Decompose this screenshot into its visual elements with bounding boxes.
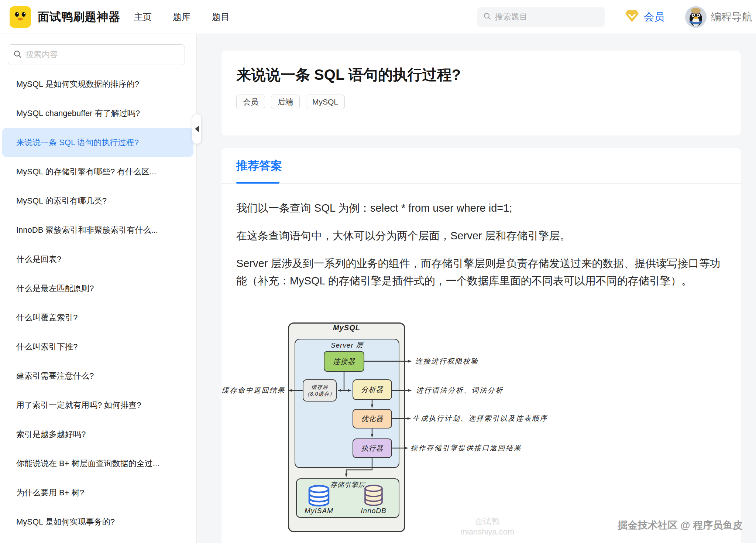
diagram-server-layer-label: Server 层 — [295, 341, 399, 350]
tab-active-underline — [236, 182, 279, 184]
question-list-item[interactable]: 什么叫覆盖索引? — [2, 303, 193, 332]
vip-membership-button[interactable]: 会员 — [625, 0, 664, 34]
site-watermark-name: 面试鸭 — [425, 516, 550, 527]
vip-label: 会员 — [644, 10, 664, 24]
brand-title[interactable]: 面试鸭刷题神器 — [38, 0, 120, 34]
answer-paragraph: Server 层涉及到一系列的业务的组件，而存储引擎层则是负责存储发送过来的数据… — [236, 255, 729, 290]
annotation-optimizer: 生成执行计划、选择索引以及连表顺序 — [413, 414, 548, 423]
nav-link-question-bank[interactable]: 题库 — [173, 0, 190, 34]
question-list-item-active[interactable]: 来说说一条 SQL 语句的执行过程? — [2, 128, 193, 157]
app-logo[interactable] — [10, 6, 31, 28]
question-list-item[interactable]: MySQL 的存储引擎有哪些? 有什么区... — [2, 157, 193, 186]
question-header-card — [221, 51, 741, 136]
question-list-item[interactable]: MySQL changebuffer 有了解过吗? — [2, 99, 193, 128]
question-list-item[interactable]: 什么是最左匹配原则? — [2, 274, 193, 303]
answer-paragraph: 在这条查询语句中，大体可以分为两个层面，Server 层和存储引擎层。 — [236, 227, 729, 245]
sidebar-search-input[interactable] — [25, 50, 173, 59]
question-tags: 会员 后端 MySQL — [236, 95, 345, 109]
diagram-analyzer-node: 分析器 — [353, 379, 392, 400]
question-list-item[interactable]: MySQL 是如何实现数据的排序的? — [2, 69, 193, 99]
nav-link-questions[interactable]: 题目 — [212, 0, 230, 34]
penguin-avatar-icon — [685, 6, 707, 28]
user-name-label[interactable]: 编程导航 — [711, 0, 752, 34]
question-list-item[interactable]: 什么叫索引下推? — [2, 332, 193, 361]
answer-body: 我们以一条查询 SQL 为例：select * from user where … — [236, 199, 729, 300]
annotation-executor: 操作存储引擎提供接口返回结果 — [410, 443, 522, 453]
diagram-mysql-label: MySQL — [288, 324, 405, 332]
site-watermark-domain: mianshiya.com — [425, 527, 550, 537]
diagram-cache-line2: （8.0遗弃） — [305, 390, 335, 397]
credit-watermark: 掘金技术社区 @ 程序员鱼皮 — [618, 519, 743, 532]
tag-backend[interactable]: 后端 — [271, 95, 300, 109]
diagram-storage-engine-label: 存储引擎层 — [296, 480, 399, 489]
tab-separator — [221, 183, 741, 184]
annotation-analyzer: 进行语法分析、词法分析 — [416, 386, 504, 395]
diagram-executor-node: 执行器 — [353, 438, 392, 458]
question-list: MySQL 是如何实现数据的排序的? MySQL changebuffer 有了… — [0, 69, 197, 536]
topbar-search-input[interactable] — [495, 12, 591, 22]
search-icon — [483, 12, 491, 22]
question-list-item[interactable]: 你能说说在 B+ 树层面查询数据的全过... — [2, 449, 193, 478]
diagram-cache-node: 缓存层 （8.0遗弃） — [303, 379, 337, 402]
tag-mysql[interactable]: MySQL — [306, 95, 345, 109]
site-watermark: 面试鸭 mianshiya.com — [425, 516, 550, 537]
engine-innodb-label: InnoDB — [355, 507, 392, 515]
annotation-connector: 连接进行权限校验 — [415, 356, 479, 366]
tab-recommended-answer[interactable]: 推荐答案 — [236, 158, 282, 174]
page: 面试鸭刷题神器 主页 题库 题目 会员 — [0, 0, 756, 543]
question-list-item[interactable]: MySQL 的索引有哪几类? — [2, 186, 193, 215]
sidebar-collapse-button[interactable] — [192, 114, 202, 144]
engine-myisam-label: MyISAM — [300, 507, 337, 515]
question-list-item[interactable]: 建索引需要注意什么? — [2, 361, 193, 390]
topbar-search-box[interactable] — [477, 7, 605, 27]
nav-link-home[interactable]: 主页 — [134, 0, 152, 34]
question-list-item[interactable]: 为什么要用 B+ 树? — [2, 478, 193, 507]
answer-paragraph: 我们以一条查询 SQL 为例：select * from user where … — [236, 199, 729, 217]
duck-logo-icon — [12, 8, 28, 26]
mysql-architecture-diagram: MySQL Server 层 连接器 缓存层 （8.0遗弃） 分析器 优化器 执… — [235, 318, 567, 539]
diagram-connector-node: 连接器 — [324, 351, 364, 372]
question-list-item[interactable]: 索引是越多越好吗? — [2, 420, 193, 449]
annotation-cache-hit: 缓存命中返回结果 — [222, 386, 285, 395]
diagram-cache-line1: 缓存层 — [312, 384, 328, 390]
diagram-optimizer-node: 优化器 — [353, 409, 392, 428]
vip-gem-icon — [625, 9, 639, 25]
question-list-item[interactable]: 用了索引一定就有用吗? 如何排查? — [2, 390, 193, 420]
question-title: 来说说一条 SQL 语句的执行过程? — [236, 65, 461, 85]
search-icon — [13, 50, 22, 60]
user-avatar[interactable] — [685, 6, 707, 28]
question-list-item[interactable]: MySQL 是如何实现事务的? — [2, 507, 193, 536]
top-navbar: 面试鸭刷题神器 主页 题库 题目 会员 — [0, 0, 756, 34]
question-list-sidebar: MySQL 是如何实现数据的排序的? MySQL changebuffer 有了… — [0, 34, 197, 543]
question-list-item[interactable]: 什么是回表? — [2, 245, 193, 274]
question-list-item[interactable]: InnoDB 聚簇索引和非聚簇索引有什么... — [2, 215, 193, 245]
chevron-left-icon — [195, 126, 199, 132]
tag-vip[interactable]: 会员 — [236, 95, 265, 109]
sidebar-search-box[interactable] — [8, 44, 185, 65]
